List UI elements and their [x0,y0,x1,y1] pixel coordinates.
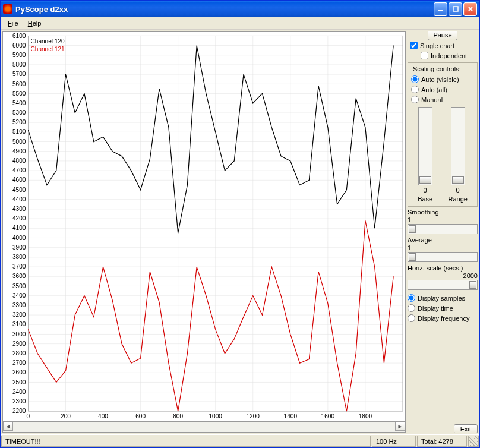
svg-text:400: 400 [98,412,108,419]
status-total: Total: 4278 [417,436,467,447]
radio-display-time[interactable] [408,304,415,312]
average-slider[interactable] [408,252,478,262]
svg-text:3300: 3300 [12,302,26,308]
svg-text:3000: 3000 [12,330,26,337]
average-label: Average [408,236,478,244]
single-chart-label: Single chart [420,42,454,49]
svg-text:6100: 6100 [12,32,26,39]
svg-text:1400: 1400 [284,412,298,419]
minimize-button[interactable] [434,2,447,16]
svg-text:600: 600 [135,412,146,419]
svg-text:2800: 2800 [12,350,26,356]
statusbar: TIMEOUT!!! 100 Hz Total: 4278 [1,434,479,447]
svg-text:2200: 2200 [12,408,26,414]
status-hz: 100 Hz [372,436,416,447]
svg-text:200: 200 [61,412,71,419]
svg-text:3900: 3900 [12,244,26,251]
smoothing-value: 1 [408,216,478,223]
svg-text:4800: 4800 [12,157,26,164]
maximize-button[interactable] [449,2,462,16]
menu-file[interactable]: File [3,18,23,28]
svg-text:5800: 5800 [12,61,26,68]
app-icon [3,4,12,14]
svg-text:800: 800 [173,412,183,419]
svg-text:2900: 2900 [12,340,26,347]
svg-text:3800: 3800 [12,254,26,260]
radio-display-frequency[interactable] [408,314,415,322]
svg-text:1600: 1600 [321,412,335,419]
svg-text:3400: 3400 [12,292,26,299]
svg-text:1800: 1800 [359,412,372,419]
svg-text:1200: 1200 [247,412,260,419]
svg-text:Channel 121: Channel 121 [30,46,64,52]
single-chart-checkbox[interactable] [410,42,418,49]
svg-text:2400: 2400 [12,389,26,395]
range-label: Range [448,195,467,203]
independent-label: Independent [431,52,467,59]
svg-text:5300: 5300 [12,109,26,116]
svg-text:4900: 4900 [12,148,26,154]
radio-auto-visible[interactable] [411,75,419,83]
range-slider[interactable] [451,107,465,185]
pause-button[interactable]: Pause [428,31,457,40]
svg-text:5500: 5500 [12,90,26,97]
svg-text:3500: 3500 [12,282,26,289]
svg-text:6000: 6000 [12,42,26,49]
resize-grip[interactable] [468,436,479,447]
svg-text:3600: 3600 [12,273,26,279]
svg-text:5000: 5000 [12,138,26,144]
smoothing-slider[interactable] [408,224,478,234]
window-title: PyScope d2xx [15,5,434,14]
svg-text:4000: 4000 [12,234,26,241]
svg-rect-1 [453,7,458,11]
horiz-slider[interactable] [408,280,478,290]
svg-text:5100: 5100 [12,128,26,135]
menu-help[interactable]: Help [23,18,46,28]
scroll-right-arrow[interactable]: ► [395,422,405,431]
svg-rect-0 [438,10,443,11]
app-window: PyScope d2xx File Help 22002300240025002… [0,0,480,448]
close-button[interactable] [463,2,477,16]
average-value: 1 [408,244,478,251]
svg-text:3100: 3100 [12,321,26,327]
status-message: TIMEOUT!!! [1,436,371,447]
range-value: 0 [456,187,460,194]
side-panel: Pause Single chart Independent Scaling c… [408,31,478,433]
radio-manual[interactable] [411,96,419,103]
svg-text:3700: 3700 [12,263,26,270]
radio-display-samples[interactable] [408,294,415,302]
scaling-group: Scaling controls: Auto (visible) Auto (a… [408,62,478,207]
svg-text:5400: 5400 [12,100,26,106]
svg-text:5700: 5700 [12,71,26,77]
horiz-value: 2000 [408,272,478,279]
svg-text:0: 0 [27,412,30,419]
svg-text:4500: 4500 [12,186,26,193]
titlebar[interactable]: PyScope d2xx [1,1,479,17]
base-label: Base [418,195,432,203]
svg-text:4400: 4400 [12,196,26,203]
horizontal-scrollbar[interactable]: ◄ ► [2,422,406,433]
svg-text:4300: 4300 [12,206,26,212]
base-value: 0 [424,187,427,194]
smoothing-label: Smoothing [408,209,478,216]
base-slider[interactable] [418,107,432,185]
svg-text:5900: 5900 [12,52,26,58]
svg-text:4200: 4200 [12,215,26,222]
svg-text:2300: 2300 [12,398,26,405]
svg-text:1000: 1000 [209,412,222,419]
svg-text:4700: 4700 [12,167,26,173]
svg-text:2600: 2600 [12,369,26,376]
radio-auto-all[interactable] [411,86,419,93]
menubar: File Help [1,17,479,30]
exit-button[interactable]: Exit [454,424,478,433]
horiz-label: Horiz. scale (secs.) [408,264,478,272]
svg-text:4600: 4600 [12,176,26,183]
svg-text:2700: 2700 [12,359,26,366]
svg-text:2500: 2500 [12,378,26,385]
svg-text:5200: 5200 [12,119,26,125]
scroll-left-arrow[interactable]: ◄ [3,422,13,431]
svg-text:5600: 5600 [12,80,26,87]
scaling-title: Scaling controls: [411,65,463,72]
independent-checkbox[interactable] [421,52,428,59]
chart-area: 2200230024002500260027002800290030003100… [2,31,406,422]
